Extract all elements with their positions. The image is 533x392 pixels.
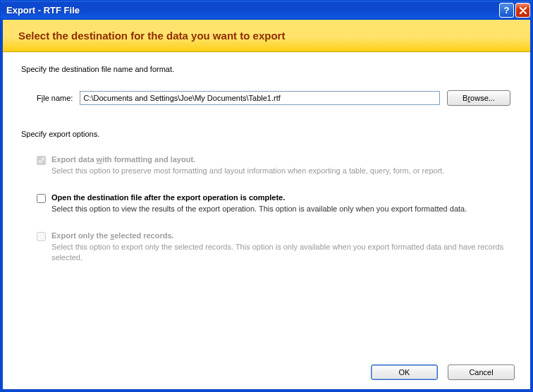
export-dialog: Export - RTF File ? Select the destinati… [0,0,533,392]
filename-input[interactable] [80,91,440,105]
option-selected-only: Export only the selected records. Select… [37,231,515,276]
option-formatting: Export data with formatting and layout. … [37,155,515,189]
ok-button[interactable]: OK [371,365,438,380]
help-button[interactable]: ? [499,3,514,18]
option-open-after: Open the destination file after the expo… [37,193,515,227]
header-band: Select the destination for the data you … [3,20,530,51]
option-selected-only-label: Export only the selected records. [51,231,515,240]
destination-section-label: Specify the destination file name and fo… [21,65,515,73]
cancel-button[interactable]: Cancel [448,365,515,380]
option-open-after-desc: Select this option to view the results o… [51,204,467,214]
close-icon [519,7,527,14]
options-group: Export data with formatting and layout. … [21,155,515,275]
filename-row: File name: Browse... [21,90,515,106]
close-button[interactable] [515,3,530,18]
option-open-after-label: Open the destination file after the expo… [51,193,467,202]
help-icon: ? [504,5,510,16]
option-selected-only-checkbox [37,232,46,241]
dialog-footer: OK Cancel [3,355,530,389]
content-area: Specify the destination file name and fo… [3,52,530,355]
filename-label: File name: [37,94,73,102]
option-selected-only-desc: Select this option to export only the se… [51,242,515,263]
option-formatting-desc: Select this option to preserve most form… [51,166,444,176]
option-formatting-label: Export data with formatting and layout. [51,155,444,164]
options-section-label: Specify export options. [21,130,515,138]
header-heading: Select the destination for the data you … [18,30,285,42]
dialog-body: Select the destination for the data you … [1,20,532,391]
option-open-after-checkbox[interactable] [37,194,46,203]
option-formatting-checkbox [37,156,46,165]
window-title: Export - RTF File [6,5,498,16]
titlebar[interactable]: Export - RTF File ? [1,1,532,20]
browse-button[interactable]: Browse... [447,90,510,106]
